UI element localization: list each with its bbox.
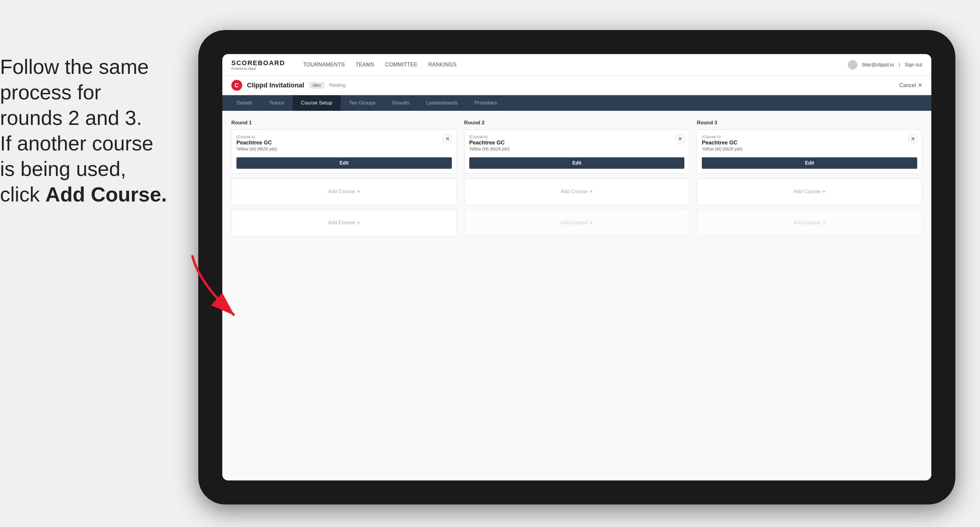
tab-details[interactable]: Details [228, 95, 261, 111]
course-card-header: (Course A) Peachtree GC Yellow (M) (6629… [236, 135, 452, 156]
add-icon-r3-1: + [822, 188, 826, 195]
tablet-screen: SCOREBOARD Powered by clippd TOURNAMENTS… [222, 54, 931, 481]
tournament-title-area: C Clippd Invitational Men Hosting [231, 80, 345, 91]
delete-course-r3[interactable] [909, 135, 917, 143]
course-card-header-r3: (Course A) Peachtree GC Yellow (M) (6629… [702, 135, 917, 156]
add-icon-r2-2: + [589, 219, 593, 226]
cancel-button[interactable]: Cancel ✕ [899, 82, 922, 89]
add-icon-r3-2: + [822, 219, 826, 226]
add-course-r2-1[interactable]: Add Course + [464, 178, 690, 205]
nav-link-teams[interactable]: TEAMS [356, 62, 374, 68]
tabs-bar: Details Teams Course Setup Tee Groups Re… [222, 95, 931, 111]
scoreboard-logo: SCOREBOARD Powered by clippd [231, 59, 285, 70]
add-course-r1-2[interactable]: Add Course + [231, 209, 457, 237]
instruction-line3: rounds 2 and 3. [0, 106, 142, 129]
top-nav-links: TOURNAMENTS TEAMS COMMITTEE RANKINGS [303, 62, 836, 68]
user-avatar [848, 60, 858, 70]
nav-link-committee[interactable]: COMMITTEE [385, 62, 418, 68]
round-1-label: Round 1 [231, 120, 457, 126]
edit-course-btn-r3[interactable]: Edit [702, 157, 917, 169]
course-name-r2: Peachtree GC [469, 140, 510, 146]
tab-teams[interactable]: Teams [261, 95, 293, 111]
add-course-r2-2: Add Course + [464, 209, 690, 237]
clippd-logo: C [231, 80, 242, 91]
round-1-course-card: (Course A) Peachtree GC Yellow (M) (6629… [231, 129, 457, 174]
course-card-header-r2: (Course A) Peachtree GC Yellow (M) (6629… [469, 135, 685, 156]
tab-leaderboards[interactable]: Leaderboards [418, 95, 466, 111]
instruction-line6-bold: Add Course. [45, 183, 167, 206]
tab-tee-groups[interactable]: Tee Groups [341, 95, 384, 111]
tournament-header: C Clippd Invitational Men Hosting Cancel… [222, 76, 931, 95]
add-course-r1-1[interactable]: Add Course + [231, 178, 457, 205]
delete-course-r1[interactable] [444, 135, 452, 143]
tablet-frame: SCOREBOARD Powered by clippd TOURNAMENTS… [198, 30, 955, 505]
instruction-line2: process for [0, 81, 101, 103]
course-name-r3: Peachtree GC [702, 140, 742, 146]
top-nav: SCOREBOARD Powered by clippd TOURNAMENTS… [222, 54, 931, 76]
instruction-line4: If another course [0, 132, 153, 155]
nav-separator: | [899, 62, 900, 68]
instruction-line5: is being used, [0, 157, 126, 180]
add-icon-r2-1: + [589, 188, 593, 195]
sign-out-link[interactable]: Sign out [905, 62, 922, 68]
course-a-label-r1: (Course A) [236, 135, 277, 139]
round-2-label: Round 2 [464, 120, 690, 126]
logo-main: SCOREBOARD [231, 59, 285, 67]
tournament-name: Clippd Invitational [247, 81, 304, 89]
tournament-gender-badge: Men [309, 82, 325, 89]
round-3-course-card: (Course A) Peachtree GC Yellow (M) (6629… [697, 129, 922, 174]
course-a-label-r2: (Course A) [469, 135, 510, 139]
close-icon: ✕ [918, 82, 922, 89]
main-content: Round 1 (Course A) Peachtree GC Yellow (… [222, 111, 931, 481]
nav-link-rankings[interactable]: RANKINGS [428, 62, 457, 68]
hosting-badge: Hosting [329, 83, 345, 88]
round-2-column: Round 2 (Course A) Peachtree GC Yellow (… [464, 120, 690, 241]
tab-course-setup[interactable]: Course Setup [293, 95, 341, 111]
add-icon-r1-1: + [356, 188, 360, 195]
nav-link-tournaments[interactable]: TOURNAMENTS [303, 62, 345, 68]
course-a-label-r3: (Course A) [702, 135, 742, 139]
instruction-line1: Follow the same [0, 55, 149, 78]
round-3-label: Round 3 [697, 120, 922, 126]
instruction-line6-prefix: click [0, 183, 45, 206]
edit-course-btn-r1[interactable]: Edit [236, 157, 452, 169]
tab-printables[interactable]: Printables [466, 95, 506, 111]
add-course-r3-2: Add Course + [697, 209, 922, 237]
course-details-r3: Yellow (M) (6629 yds) [702, 146, 742, 151]
rounds-grid: Round 1 (Course A) Peachtree GC Yellow (… [231, 120, 922, 241]
logo-sub: Powered by clippd [231, 67, 285, 70]
top-nav-right: blair@clippd.io | Sign out [848, 60, 922, 70]
course-details-r1: Yellow (M) (6629 yds) [236, 146, 277, 151]
round-2-course-card: (Course A) Peachtree GC Yellow (M) (6629… [464, 129, 690, 174]
tab-results[interactable]: Results [384, 95, 418, 111]
course-details-r2: Yellow (M) (6629 yds) [469, 146, 510, 151]
delete-course-r2[interactable] [676, 135, 684, 143]
edit-course-btn-r2[interactable]: Edit [469, 157, 685, 169]
add-icon-r1-2: + [356, 219, 360, 226]
user-email: blair@clippd.io [862, 62, 894, 68]
instruction-text: Follow the same process for rounds 2 and… [0, 54, 216, 207]
course-name-r1: Peachtree GC [236, 140, 277, 146]
add-course-r3-1[interactable]: Add Course + [697, 178, 922, 205]
round-3-column: Round 3 (Course A) Peachtree GC Yellow (… [697, 120, 922, 241]
round-1-column: Round 1 (Course A) Peachtree GC Yellow (… [231, 120, 457, 241]
